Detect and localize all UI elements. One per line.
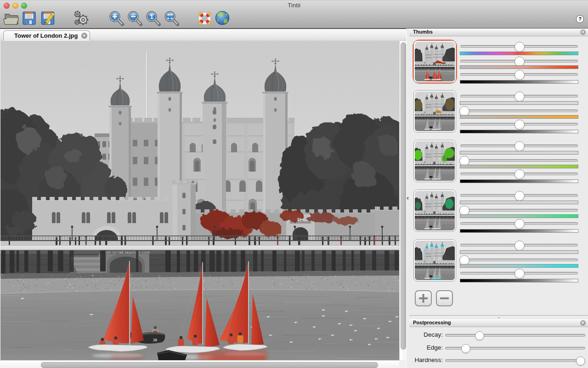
- svg-text:1: 1: [150, 13, 153, 20]
